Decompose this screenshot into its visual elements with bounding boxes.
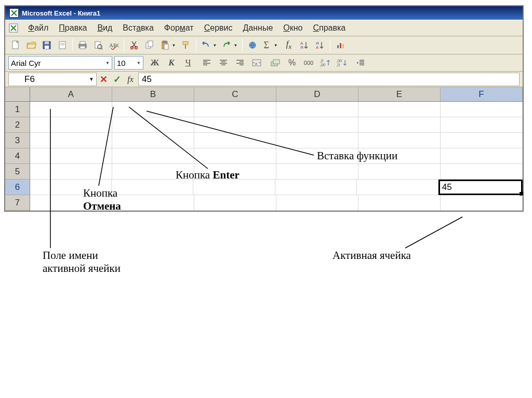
cell[interactable] (194, 164, 276, 180)
cell[interactable] (194, 195, 276, 211)
column-header-A[interactable]: A (30, 87, 112, 101)
row-header-5[interactable]: 5 (5, 164, 30, 180)
menu-format[interactable]: Формат (163, 22, 195, 34)
align-left-icon[interactable] (200, 56, 214, 70)
cell[interactable] (30, 117, 112, 133)
spellcheck-icon[interactable]: ABC (107, 38, 121, 52)
select-all-corner[interactable] (5, 87, 30, 101)
cell[interactable] (194, 102, 276, 117)
align-center-icon[interactable] (216, 56, 231, 70)
chevron-down-icon[interactable]: ▼ (213, 43, 217, 48)
name-box[interactable]: F6 ▼ (8, 73, 97, 86)
cell[interactable] (358, 102, 441, 117)
cell[interactable] (441, 164, 523, 180)
cell[interactable] (112, 102, 194, 117)
percent-icon[interactable]: % (285, 56, 299, 70)
column-header-F[interactable]: F (441, 87, 523, 101)
menu-window[interactable]: Окно (282, 22, 303, 34)
copy-icon[interactable] (142, 38, 157, 52)
comma-style-icon[interactable]: 000 (301, 56, 316, 70)
row-header-7[interactable]: 7 (5, 195, 30, 211)
cell[interactable] (441, 102, 523, 117)
cell[interactable] (358, 148, 441, 164)
hyperlink-icon[interactable] (245, 38, 260, 52)
cell[interactable] (276, 133, 358, 148)
chevron-down-icon[interactable]: ▼ (137, 61, 141, 65)
cell[interactable] (357, 180, 438, 195)
align-right-icon[interactable] (233, 56, 247, 70)
new-doc-icon[interactable] (8, 38, 23, 52)
row-header-3[interactable]: 3 (5, 133, 30, 148)
cell[interactable] (194, 148, 276, 164)
underline-button[interactable]: Ч (181, 56, 195, 70)
print-icon[interactable] (75, 38, 90, 52)
cell[interactable] (276, 117, 358, 133)
paste-icon[interactable]: ▼ (158, 38, 178, 52)
cell[interactable] (194, 117, 276, 133)
sort-asc-icon[interactable]: АЯ (297, 38, 312, 52)
cut-icon[interactable] (127, 38, 141, 52)
chevron-down-icon[interactable]: ▼ (172, 43, 176, 48)
menu-help[interactable]: Справка (312, 22, 347, 34)
cell[interactable] (194, 133, 276, 148)
cell[interactable] (112, 117, 194, 133)
workbook-icon[interactable] (8, 23, 19, 33)
cell[interactable] (358, 164, 441, 180)
undo-icon[interactable]: ▼ (199, 38, 219, 52)
cell[interactable] (112, 133, 194, 148)
permissions-icon[interactable] (55, 38, 70, 52)
worksheet-grid[interactable]: A B C D E F 1 2 3 4 5 645 7 (5, 87, 523, 211)
menu-service[interactable]: Сервис (203, 22, 234, 34)
cancel-button[interactable]: ✕ (97, 73, 110, 86)
cell[interactable] (441, 133, 523, 148)
column-header-E[interactable]: E (358, 87, 441, 101)
cell[interactable] (276, 102, 358, 117)
cell[interactable] (276, 148, 358, 164)
italic-button[interactable]: К (164, 56, 179, 70)
decrease-decimal-icon[interactable]: ,00,0 (335, 56, 349, 70)
cell[interactable] (276, 195, 358, 211)
menu-edit[interactable]: Правка (58, 22, 88, 34)
column-header-B[interactable]: B (112, 87, 194, 101)
insert-function-button[interactable]: fx (124, 73, 137, 86)
menu-data[interactable]: Данные (242, 22, 274, 34)
row-header-6[interactable]: 6 (5, 180, 30, 195)
menu-view[interactable]: Вид (96, 22, 113, 34)
row-header-4[interactable]: 4 (5, 148, 30, 164)
currency-icon[interactable] (268, 56, 283, 70)
column-header-D[interactable]: D (276, 87, 358, 101)
bold-button[interactable]: Ж (148, 56, 162, 70)
increase-decimal-icon[interactable]: ,0,00 (318, 56, 332, 70)
merge-center-icon[interactable]: a (249, 56, 264, 70)
cell[interactable] (30, 164, 112, 180)
font-name-select[interactable]: Arial Cyr ▼ (8, 56, 112, 70)
cell[interactable] (275, 180, 357, 195)
decrease-indent-icon[interactable] (353, 56, 368, 70)
cell[interactable] (112, 164, 194, 180)
cell[interactable] (193, 180, 275, 195)
function-icon[interactable]: fx (282, 38, 296, 52)
chevron-down-icon[interactable]: ▼ (274, 43, 278, 48)
row-header-2[interactable]: 2 (5, 117, 30, 133)
cell[interactable] (30, 195, 112, 211)
cell[interactable] (112, 180, 193, 195)
cell[interactable] (358, 117, 441, 133)
cell[interactable] (441, 195, 523, 211)
menu-file[interactable]: Файл (27, 22, 49, 34)
formula-input[interactable]: 45 (138, 73, 520, 86)
chevron-down-icon[interactable]: ▼ (89, 76, 94, 82)
cell[interactable] (441, 117, 523, 133)
redo-icon[interactable]: ▼ (220, 38, 240, 52)
print-preview-icon[interactable] (91, 38, 105, 52)
format-painter-icon[interactable] (179, 38, 193, 52)
column-header-C[interactable]: C (194, 87, 276, 101)
open-icon[interactable] (24, 38, 38, 52)
autosum-icon[interactable]: Σ▼ (261, 38, 281, 52)
cell[interactable] (30, 102, 112, 117)
save-icon[interactable] (39, 38, 54, 52)
chevron-down-icon[interactable]: ▼ (105, 61, 110, 65)
sort-desc-icon[interactable]: ЯА (313, 38, 327, 52)
cell[interactable] (112, 148, 194, 164)
font-size-select[interactable]: 10 ▼ (114, 56, 143, 70)
menu-insert[interactable]: Вставка (122, 22, 154, 34)
